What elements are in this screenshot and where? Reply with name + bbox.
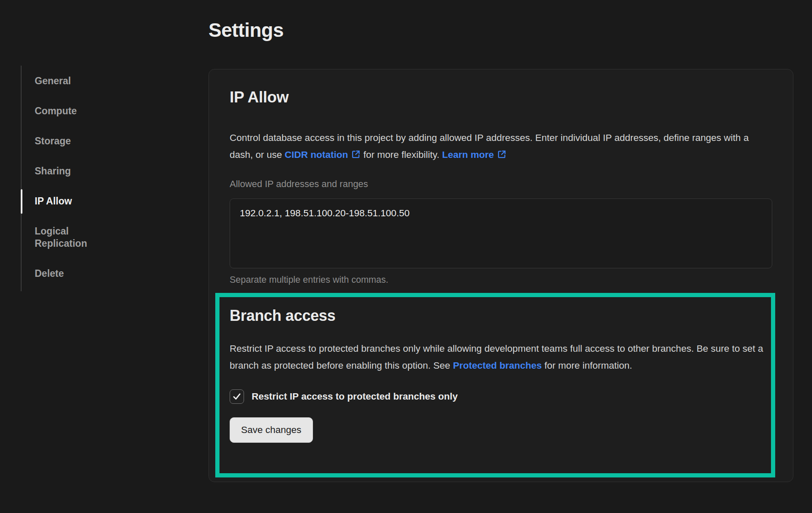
protected-branches-link[interactable]: Protected branches xyxy=(453,360,542,371)
external-link-icon xyxy=(497,149,507,159)
external-link-icon xyxy=(351,149,361,159)
branch-access-heading: Branch access xyxy=(230,306,772,325)
page-title: Settings xyxy=(208,19,283,41)
sidebar-item-logical-replication[interactable]: Logical Replication xyxy=(35,225,107,250)
allowed-ips-label: Allowed IP addresses and ranges xyxy=(230,178,772,190)
sidebar-item-sharing[interactable]: Sharing xyxy=(35,165,107,177)
ip-allow-heading: IP Allow xyxy=(230,88,772,107)
branch-desc-text-2: for more information. xyxy=(542,360,632,371)
sidebar-item-compute[interactable]: Compute xyxy=(35,105,107,117)
ip-allow-desc-text-2: for more flexibility. xyxy=(361,149,442,160)
settings-sidebar: General Compute Storage Sharing IP Allow… xyxy=(21,66,118,291)
learn-more-link-text: Learn more xyxy=(442,149,494,160)
ip-allow-description: Control database access in this project … xyxy=(230,130,772,163)
ip-allow-card: IP Allow Control database access in this… xyxy=(208,69,793,482)
cidr-notation-link-text: CIDR notation xyxy=(285,149,348,160)
cidr-notation-link[interactable]: CIDR notation xyxy=(285,149,361,160)
sidebar-item-general[interactable]: General xyxy=(35,75,107,87)
branch-access-description: Restrict IP access to protected branches… xyxy=(230,340,771,374)
restrict-ip-checkbox-label: Restrict IP access to protected branches… xyxy=(252,391,458,402)
restrict-ip-checkbox[interactable] xyxy=(230,389,244,404)
sidebar-item-ip-allow[interactable]: IP Allow xyxy=(35,195,107,207)
sidebar-list: General Compute Storage Sharing IP Allow… xyxy=(35,75,118,280)
learn-more-link[interactable]: Learn more xyxy=(442,149,507,160)
allowed-ips-input[interactable]: 192.0.2.1, 198.51.100.20-198.51.100.50 xyxy=(230,199,772,268)
save-changes-button[interactable]: Save changes xyxy=(230,417,313,443)
sidebar-item-delete[interactable]: Delete xyxy=(35,268,107,280)
restrict-ip-checkbox-row[interactable]: Restrict IP access to protected branches… xyxy=(230,389,772,404)
checkmark-icon xyxy=(232,392,241,401)
sidebar-item-storage[interactable]: Storage xyxy=(35,135,107,147)
allowed-ips-helper-text: Separate multiple entries with commas. xyxy=(230,274,772,285)
